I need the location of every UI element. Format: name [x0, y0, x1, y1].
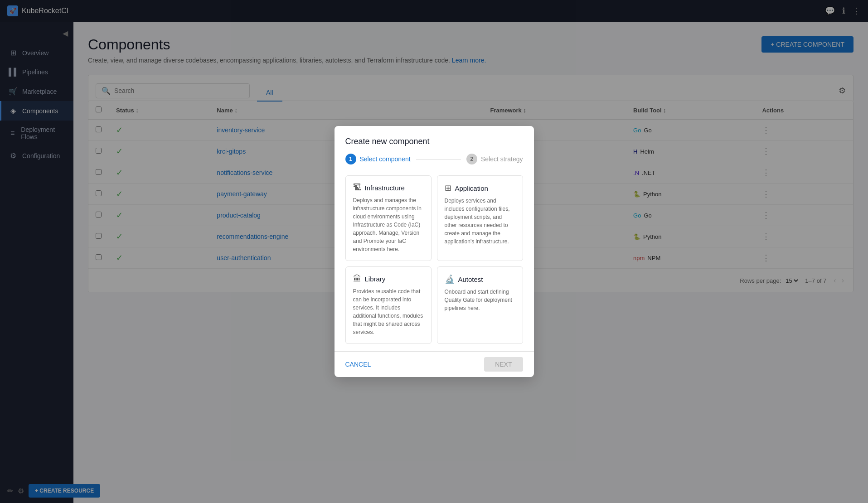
step-2-label: Select strategy: [481, 155, 523, 163]
step-1: 1 Select component: [345, 154, 411, 164]
modal-stepper: 1 Select component 2 Select strategy: [335, 154, 534, 172]
step-2-circle: 2: [466, 154, 477, 164]
component-card-infrastructure[interactable]: 🏗 Infrastructure Deploys and manages the…: [345, 175, 432, 261]
card-desc-application: Deploys services and includes configurat…: [445, 197, 515, 246]
create-component-modal: Create new component 1 Select component …: [335, 126, 534, 377]
step-1-label: Select component: [360, 155, 411, 163]
card-title-library: Library: [365, 275, 386, 283]
modal-body: 🏗 Infrastructure Deploys and manages the…: [335, 172, 534, 351]
modal-overlay[interactable]: Create new component 1 Select component …: [0, 0, 868, 503]
card-title-infrastructure: Infrastructure: [365, 184, 405, 192]
next-button[interactable]: NEXT: [484, 357, 523, 372]
modal-title: Create new component: [335, 126, 534, 154]
card-icon-library: 🏛: [353, 274, 361, 284]
card-title-autotest: Autotest: [458, 276, 483, 283]
step-1-circle: 1: [345, 154, 356, 164]
card-desc-library: Provides reusable code that can be incor…: [353, 287, 424, 336]
card-icon-infrastructure: 🏗: [353, 183, 361, 193]
cancel-button[interactable]: CANCEL: [345, 357, 371, 372]
card-desc-infrastructure: Deploys and manages the infrastructure c…: [353, 196, 424, 253]
card-title-application: Application: [455, 184, 488, 192]
step-2: 2 Select strategy: [466, 154, 523, 164]
modal-footer: CANCEL NEXT: [335, 351, 534, 377]
step-line: [416, 159, 461, 160]
component-card-autotest[interactable]: 🔬 Autotest Onboard and start defining Qu…: [437, 266, 523, 344]
component-card-application[interactable]: ⊞ Application Deploys services and inclu…: [437, 175, 523, 261]
card-desc-autotest: Onboard and start defining Quality Gate …: [445, 288, 515, 312]
card-icon-autotest: 🔬: [445, 274, 455, 284]
component-card-library[interactable]: 🏛 Library Provides reusable code that ca…: [345, 266, 432, 344]
card-icon-application: ⊞: [445, 183, 451, 193]
